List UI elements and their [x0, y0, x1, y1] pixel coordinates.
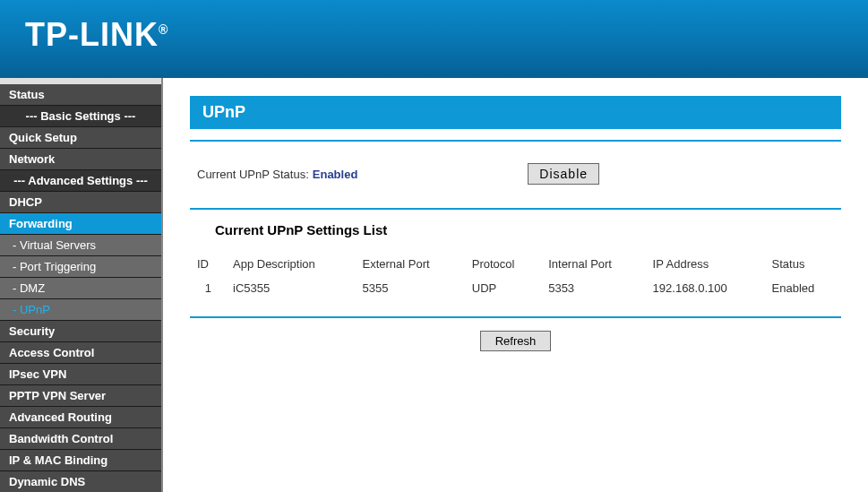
page-title: UPnP — [190, 96, 841, 129]
refresh-button[interactable]: Refresh — [480, 331, 552, 351]
sidebar-item-ipsec-vpn[interactable]: IPsec VPN — [0, 364, 161, 385]
sidebar-item-virtual-servers[interactable]: - Virtual Servers — [0, 235, 161, 256]
sidebar-item-bandwidth-control[interactable]: Bandwidth Control — [0, 428, 161, 450]
upnp-table: ID App Description External Port Protoco… — [190, 252, 841, 300]
cell-status: Enabled — [765, 276, 841, 300]
table-row: 1 iC5355 5355 UDP 5353 192.168.0.100 Ena… — [190, 276, 841, 300]
sidebar-item-upnp[interactable]: - UPnP — [0, 299, 161, 321]
brand-text: TP-LINK — [25, 16, 159, 53]
sidebar-item-quick-setup[interactable]: Quick Setup — [0, 127, 161, 149]
sidebar-item-access-control[interactable]: Access Control — [0, 342, 161, 364]
sidebar-item-network[interactable]: Network — [0, 149, 161, 170]
cell-ext-port: 5355 — [356, 276, 465, 300]
col-id: ID — [190, 252, 226, 276]
cell-app: iC5355 — [226, 276, 356, 300]
col-app: App Description — [226, 252, 356, 276]
disable-button[interactable]: Disable — [528, 163, 599, 185]
sidebar-item-security[interactable]: Security — [0, 321, 161, 342]
sidebar-item-status[interactable]: Status — [0, 84, 161, 106]
divider — [190, 140, 841, 142]
sidebar-item-dhcp[interactable]: DHCP — [0, 192, 161, 213]
col-status: Status — [765, 252, 841, 276]
cell-id: 1 — [190, 276, 226, 300]
brand-logo: TP-LINK® — [25, 16, 868, 54]
status-row: Current UPnP Status: Enabled Disable — [190, 163, 841, 185]
sidebar-section-advanced: --- Advanced Settings --- — [0, 170, 161, 192]
sidebar-section-basic: --- Basic Settings --- — [0, 106, 161, 127]
sidebar-item-forwarding[interactable]: Forwarding — [0, 213, 161, 235]
sidebar-item-ip-mac-binding[interactable]: IP & MAC Binding — [0, 450, 161, 471]
cell-protocol: UDP — [465, 276, 541, 300]
settings-list-title: Current UPnP Settings List — [190, 222, 841, 237]
cell-ip: 192.168.0.100 — [646, 276, 765, 300]
col-protocol: Protocol — [465, 252, 541, 276]
divider — [190, 208, 841, 210]
header: TP-LINK® — [0, 0, 868, 78]
sidebar: Status --- Basic Settings --- Quick Setu… — [0, 78, 163, 492]
table-header-row: ID App Description External Port Protoco… — [190, 252, 841, 276]
sidebar-item-port-triggering[interactable]: - Port Triggering — [0, 256, 161, 278]
sidebar-item-pptp-vpn[interactable]: PPTP VPN Server — [0, 385, 161, 407]
status-label: Current UPnP Status: — [197, 168, 309, 181]
sidebar-item-dynamic-dns[interactable]: Dynamic DNS — [0, 471, 161, 492]
brand-tm: ® — [159, 22, 168, 37]
status-value: Enabled — [313, 168, 358, 181]
refresh-row: Refresh — [190, 331, 841, 351]
content: UPnP Current UPnP Status: Enabled Disabl… — [163, 78, 868, 492]
col-ext-port: External Port — [356, 252, 465, 276]
sidebar-item-dmz[interactable]: - DMZ — [0, 278, 161, 299]
sidebar-item-advanced-routing[interactable]: Advanced Routing — [0, 407, 161, 428]
divider — [190, 316, 841, 318]
container: Status --- Basic Settings --- Quick Setu… — [0, 78, 868, 492]
col-ip: IP Address — [646, 252, 765, 276]
col-int-port: Internal Port — [541, 252, 645, 276]
cell-int-port: 5353 — [541, 276, 645, 300]
